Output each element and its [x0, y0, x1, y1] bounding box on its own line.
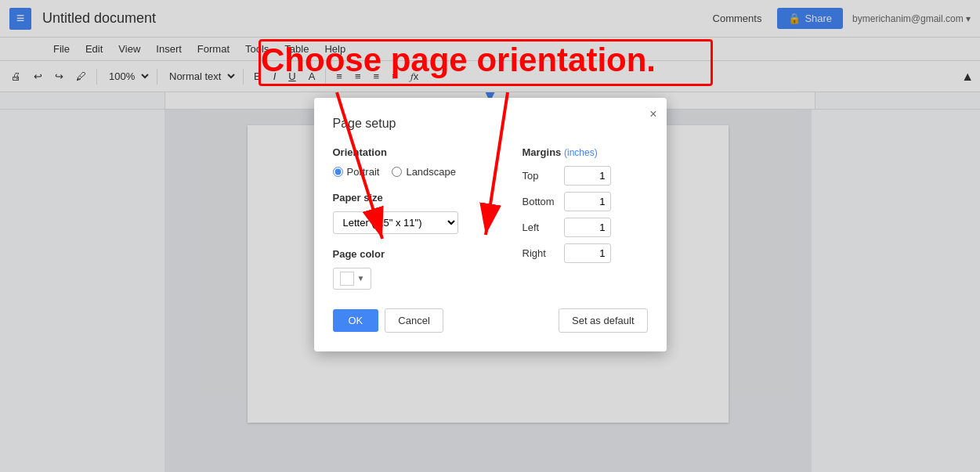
dialog-footer: OK Cancel Set as default	[333, 308, 648, 333]
landscape-label: Landscape	[406, 166, 456, 178]
ok-button[interactable]: OK	[333, 309, 379, 332]
right-margin-input[interactable]	[564, 243, 611, 263]
top-margin-label: Top	[523, 170, 558, 182]
page-setup-dialog: Page setup × Orientation Portrait Landsc…	[314, 98, 667, 351]
paper-size-select[interactable]: Letter (8.5" x 11")	[333, 211, 458, 234]
bottom-margin-input[interactable]	[564, 192, 611, 211]
modal-backdrop: Page setup × Orientation Portrait Landsc…	[0, 0, 980, 472]
top-margin-input[interactable]	[564, 166, 611, 186]
right-margin-row: Right	[523, 243, 648, 263]
page-color-label: Page color	[333, 248, 499, 260]
left-margin-label: Left	[523, 222, 558, 233]
color-dropdown-arrow-icon: ▼	[357, 274, 365, 283]
color-swatch	[340, 272, 354, 286]
right-margin-label: Right	[523, 247, 558, 259]
dialog-close-button[interactable]: ×	[649, 107, 656, 121]
dialog-body: Orientation Portrait Landscape Paper siz…	[333, 146, 648, 290]
dialog-left-column: Orientation Portrait Landscape Paper siz…	[333, 146, 499, 290]
dialog-title: Page setup	[333, 117, 648, 131]
orientation-radio-group: Portrait Landscape	[333, 166, 499, 178]
dialog-right-column: Margins (inches) Top Bottom Left Right	[523, 146, 648, 290]
cancel-button[interactable]: Cancel	[385, 308, 443, 333]
portrait-label: Portrait	[347, 166, 380, 178]
paper-size-label: Paper size	[333, 192, 499, 204]
orientation-label: Orientation	[333, 146, 499, 158]
top-margin-row: Top	[523, 166, 648, 186]
set-as-default-button[interactable]: Set as default	[559, 308, 648, 333]
portrait-radio[interactable]	[333, 167, 343, 177]
margins-label: Margins (inches)	[523, 146, 648, 158]
portrait-option[interactable]: Portrait	[333, 166, 380, 178]
page-color-button[interactable]: ▼	[333, 268, 372, 290]
bottom-margin-row: Bottom	[523, 192, 648, 211]
bottom-margin-label: Bottom	[523, 196, 558, 207]
left-margin-row: Left	[523, 218, 648, 237]
left-margin-input[interactable]	[564, 218, 611, 237]
landscape-option[interactable]: Landscape	[392, 166, 456, 178]
margins-unit: (inches)	[564, 147, 598, 158]
landscape-radio[interactable]	[392, 167, 402, 177]
